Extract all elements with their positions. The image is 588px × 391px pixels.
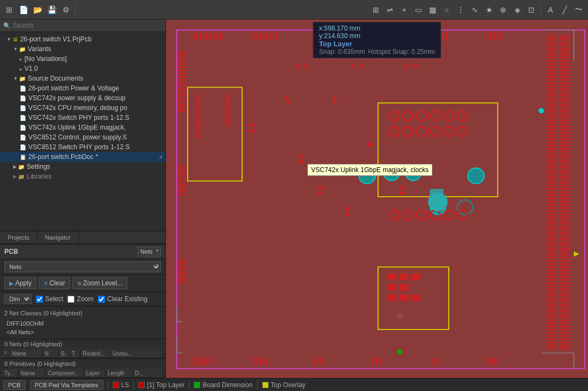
svg-rect-10 <box>547 60 556 62</box>
tree-variants[interactable]: ▼ 📁 Variants <box>0 44 165 54</box>
net-class-all-nets[interactable]: <All Nets> <box>4 328 161 337</box>
clear-existing-checkbox[interactable] <box>98 296 105 303</box>
new-icon[interactable]: 📄 <box>17 4 29 16</box>
svg-rect-253 <box>263 358 264 365</box>
svg-rect-219 <box>269 33 271 40</box>
wave-tool-icon[interactable]: 〜 <box>573 4 585 16</box>
select-checkbox[interactable] <box>36 296 43 303</box>
svg-point-391 <box>398 350 402 354</box>
tree-doc-0[interactable]: 📄 26-port switch Power & Voltage <box>0 83 165 93</box>
pcb-tab-button[interactable]: PCB <box>3 380 26 390</box>
tree-no-variations[interactable]: ▸ [No Variations] <box>0 54 165 64</box>
pcb-dropdown[interactable]: Nets <box>138 247 161 256</box>
svg-rect-385 <box>400 284 408 290</box>
clear-existing-option[interactable]: Clear Existing <box>98 295 147 303</box>
filter-tool-icon[interactable]: ⊞ <box>370 4 382 16</box>
primitives-section: 0 Primitives (0 Highlighted) Ty... Name … <box>0 358 165 378</box>
pcb-pad-via-tab-button[interactable]: PCB Pad Via Templates <box>30 380 103 390</box>
svg-rect-183 <box>560 285 570 287</box>
svg-rect-211 <box>216 33 218 40</box>
settings-icon[interactable]: ⚙ <box>60 4 72 16</box>
select-option[interactable]: Select <box>36 295 63 303</box>
canvas-area[interactable]: x:598.170 mm y:214.630 mm Top Layer Snap… <box>166 20 588 378</box>
tree-v10[interactable]: ▸ V1.0 <box>0 64 165 74</box>
svg-rect-15 <box>547 76 556 77</box>
settings-label: Settings <box>27 163 50 170</box>
tab-projects[interactable]: Projects <box>0 231 38 243</box>
panel-tabs: Projects Navigator <box>0 231 165 244</box>
svg-rect-38 <box>547 148 556 149</box>
zoom-level-button[interactable]: ⊕ Zoom Level... <box>72 277 128 289</box>
svg-rect-116 <box>560 76 570 77</box>
svg-rect-221 <box>276 33 277 40</box>
svg-rect-112 <box>560 63 570 65</box>
svg-rect-203 <box>560 348 570 350</box>
svg-rect-80 <box>547 279 556 280</box>
tree-doc-4[interactable]: 📄 VSC742x Uplink 1GbpE magjack, <box>0 123 165 132</box>
probe-tool-icon[interactable]: ⊕ <box>497 4 509 16</box>
circle-tool-icon[interactable]: ○ <box>441 4 453 16</box>
dim-select[interactable]: Dim <box>4 294 32 304</box>
svg-rect-158 <box>560 207 570 209</box>
svg-rect-214 <box>253 33 255 40</box>
apply-button[interactable]: ▶ Apply <box>4 277 36 289</box>
svg-rect-107 <box>560 48 570 50</box>
zoom-checkbox[interactable] <box>67 296 75 303</box>
svg-rect-287 <box>178 110 185 112</box>
tree-doc-6[interactable]: 📄 VSC8512 Switch PHY ports 1-12.S <box>0 142 165 152</box>
svg-rect-326 <box>226 111 230 113</box>
clear-button[interactable]: ✕ Clear <box>39 277 70 289</box>
line-tool-icon[interactable]: ╱ <box>559 4 571 16</box>
svg-rect-137 <box>560 142 570 143</box>
nets-select[interactable]: Nets <box>4 261 161 272</box>
svg-rect-170 <box>560 245 570 246</box>
drc-tool-icon[interactable]: ⊡ <box>525 4 537 16</box>
svg-rect-90 <box>547 310 556 312</box>
svg-rect-99 <box>547 338 556 340</box>
svg-rect-95 <box>547 326 556 327</box>
tree-settings[interactable]: ▶ 📁 Settings <box>0 162 165 172</box>
text-tool-icon[interactable]: A <box>544 4 556 16</box>
tree-doc-2[interactable]: 📄 VSC742x CPU memory, debug po <box>0 103 165 113</box>
svg-rect-142 <box>560 157 570 158</box>
pcb-doc-icon: 📋 <box>20 154 26 160</box>
tab-navigator[interactable]: Navigator <box>38 231 79 243</box>
save-icon[interactable]: 💾 <box>46 4 58 16</box>
svg-rect-177 <box>560 266 570 268</box>
rect-tool-icon[interactable]: ▭ <box>412 4 424 16</box>
multi-tool-icon[interactable]: ⋮ <box>455 4 467 16</box>
tree-source-docs[interactable]: ▼ 📁 Source Documents <box>0 74 165 83</box>
pcb-canvas[interactable] <box>166 20 588 378</box>
search-input[interactable] <box>13 22 162 29</box>
svg-rect-173 <box>560 254 570 255</box>
svg-rect-279 <box>178 85 185 87</box>
open-icon[interactable]: 📂 <box>32 4 44 16</box>
root-folder-icon: 🖥 <box>13 36 18 42</box>
solder-tool-icon[interactable]: ◈ <box>511 4 523 16</box>
svg-rect-286 <box>178 107 185 109</box>
col-d: D... <box>133 369 163 377</box>
tree-doc-1[interactable]: 📄 VSC742x power supply & decoup <box>0 93 165 103</box>
route-tool-icon[interactable]: ⇌ <box>384 4 396 16</box>
star-tool-icon[interactable]: ★ <box>483 4 495 16</box>
svg-rect-348 <box>427 170 431 174</box>
status-sep-4 <box>257 381 258 389</box>
svg-rect-328 <box>226 117 230 119</box>
svg-rect-54 <box>547 198 556 199</box>
svg-rect-212 <box>219 33 221 40</box>
tree-libraries[interactable]: ▶ 📁 Libraries <box>0 172 165 181</box>
track-tool-icon[interactable]: ∿ <box>469 4 481 16</box>
tree-doc-5[interactable]: 📄 VSC8512 Control, power supply.S <box>0 132 165 142</box>
tree-doc-3[interactable]: 📄 VSC742x Switch PHY ports 1-12.S <box>0 113 165 123</box>
svg-rect-305 <box>178 281 185 283</box>
tree-pcb-doc[interactable]: 📋 26-port switch.PcbDoc * ✔ <box>0 152 165 162</box>
net-class-diff100ohm[interactable]: DIFF100OHM <box>4 319 161 328</box>
add-tool-icon[interactable]: + <box>398 4 410 16</box>
tree-root[interactable]: ▼ 🖥 26-port switch V1.PrjPcb <box>0 34 165 44</box>
svg-rect-118 <box>560 82 570 84</box>
chart-tool-icon[interactable]: ▦ <box>426 4 438 16</box>
zoom-option[interactable]: Zoom <box>67 295 94 303</box>
grid-icon[interactable]: ⊞ <box>3 4 15 16</box>
svg-rect-133 <box>560 129 570 131</box>
svg-rect-228 <box>373 33 374 40</box>
